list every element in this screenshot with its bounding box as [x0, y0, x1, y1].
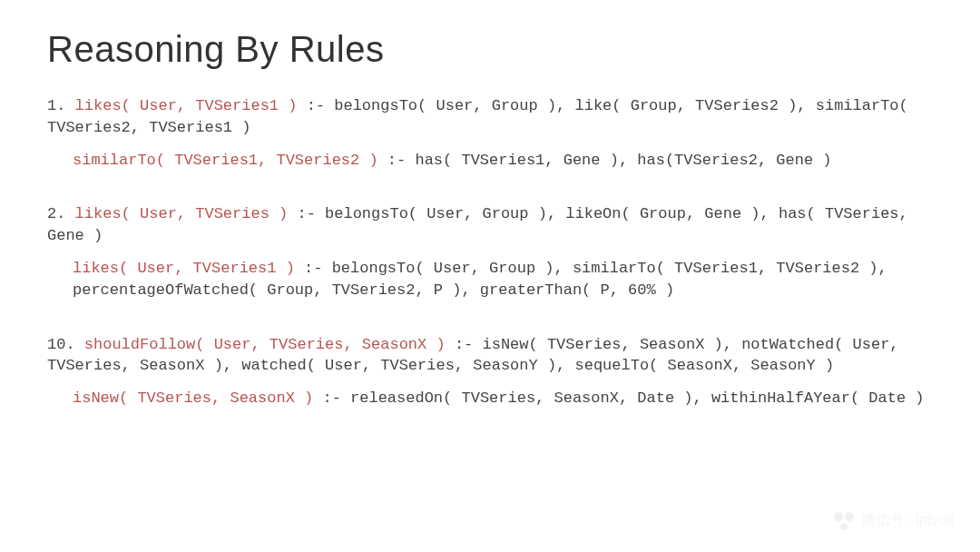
- slide-title: Reasoning By Rules: [47, 29, 933, 70]
- rule-sub-head: similarTo( TVSeries1, TVSeries2 ): [73, 152, 378, 169]
- rules-container: 1. likes( User, TVSeries1 ) :- belongsTo…: [47, 95, 933, 409]
- rule-sub: similarTo( TVSeries1, TVSeries2 ) :- has…: [73, 150, 933, 172]
- rule-main: 2. likes( User, TVSeries ) :- belongsTo(…: [47, 203, 933, 247]
- rule-sub: isNew( TVSeries, SeasonX ) :- releasedOn…: [73, 388, 933, 409]
- rule-sub-head: isNew( TVSeries, SeasonX ): [73, 389, 313, 407]
- rule-main: 1. likes( User, TVSeries1 ) :- belongsTo…: [47, 95, 933, 139]
- rule-2: 2. likes( User, TVSeries ) :- belongsTo(…: [47, 203, 933, 301]
- rule-sub: likes( User, TVSeries1 ) :- belongsTo( U…: [73, 258, 933, 301]
- rule-main: 10. shouldFollow( User, TVSeries, Season…: [47, 334, 933, 378]
- watermark-value: iptvott: [916, 512, 955, 528]
- rule-number: 10.: [47, 336, 75, 353]
- rule-1: 1. likes( User, TVSeries1 ) :- belongsTo…: [47, 95, 933, 171]
- rule-head: shouldFollow( User, TVSeries, SeasonX ): [84, 336, 446, 353]
- wechat-icon: [834, 510, 854, 530]
- slide-content: Reasoning By Rules 1. likes( User, TVSer…: [0, 0, 980, 471]
- watermark-label: 微信号:: [861, 511, 908, 530]
- rule-sub-head: likes( User, TVSeries1 ): [73, 260, 295, 277]
- rule-sub-body: :- has( TVSeries1, Gene ), has(TVSeries2…: [378, 152, 832, 169]
- rule-10: 10. shouldFollow( User, TVSeries, Season…: [47, 334, 933, 409]
- rule-number: 1.: [47, 97, 65, 114]
- rule-number: 2.: [47, 205, 65, 222]
- watermark: 微信号: iptvott: [834, 510, 955, 530]
- rule-head: likes( User, TVSeries ): [75, 205, 289, 222]
- rule-head: likes( User, TVSeries1 ): [75, 97, 298, 114]
- rule-sub-body: :- releasedOn( TVSeries, SeasonX, Date )…: [313, 389, 924, 407]
